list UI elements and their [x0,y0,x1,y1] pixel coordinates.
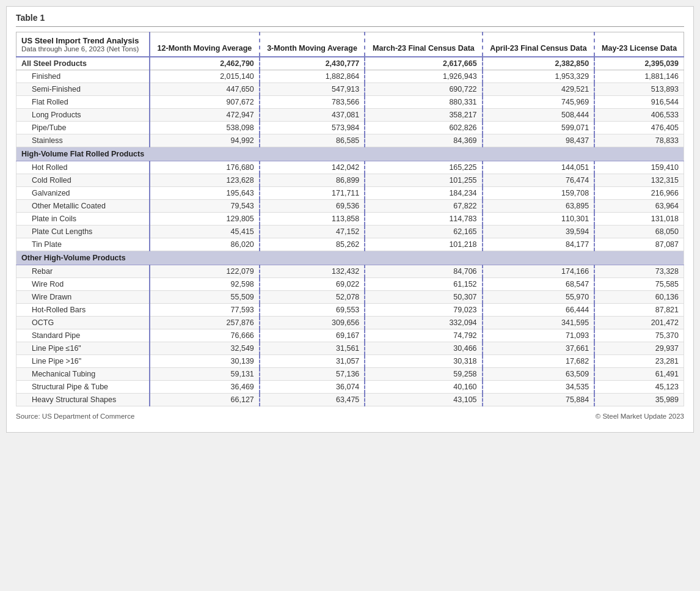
data-cell: 2,617,665 [365,57,482,70]
data-cell: 1,881,146 [594,70,684,83]
data-cell: 131,018 [594,213,684,226]
data-cell: 437,081 [260,109,365,122]
data-cell: 142,042 [260,161,365,174]
data-cell: 30,466 [365,342,482,355]
data-cell: 69,536 [260,200,365,213]
data-cell: 69,167 [260,329,365,342]
data-cell: 257,876 [150,317,260,329]
data-cell: 113,858 [260,213,365,226]
row-label: Wire Drawn [16,291,150,304]
data-cell: 123,628 [150,174,260,187]
section-label: Other High-Volume Products [16,251,684,265]
row-label: Cold Rolled [16,174,150,187]
data-cell: 63,509 [483,368,595,381]
data-cell: 547,913 [260,83,365,96]
data-cell: 69,022 [260,278,365,291]
data-cell: 35,989 [594,394,684,406]
data-cell: 159,708 [483,187,595,200]
data-cell: 341,595 [483,317,595,329]
data-row: Mechanical Tubing59,13157,13659,25863,50… [16,368,684,381]
data-cell: 2,382,850 [483,57,595,70]
data-cell: 599,071 [483,122,595,134]
data-cell: 84,706 [365,265,482,278]
footer: Source: US Department of Commerce © Stee… [16,413,684,420]
data-cell: 94,992 [150,134,260,147]
data-cell: 2,395,039 [594,57,684,70]
data-cell: 87,087 [594,238,684,251]
data-cell: 332,094 [365,317,482,329]
data-cell: 76,474 [483,174,595,187]
data-cell: 30,139 [150,355,260,368]
table-body: All Steel Products2,462,7902,430,7772,61… [16,57,684,406]
data-cell: 55,970 [483,291,595,304]
data-row: Cold Rolled123,62886,899101,25576,474132… [16,174,684,187]
data-cell: 63,964 [594,200,684,213]
data-cell: 55,509 [150,291,260,304]
row-label: Line Pipe >16" [16,355,150,368]
row-label: Hot Rolled [16,161,150,174]
data-cell: 447,650 [150,83,260,96]
data-cell: 171,711 [260,187,365,200]
data-cell: 1,926,943 [365,70,482,83]
data-row: Plate in Coils129,805113,858114,783110,3… [16,213,684,226]
data-cell: 309,656 [260,317,365,329]
data-cell: 429,521 [483,83,595,96]
main-table: US Steel Import Trend Analysis Data thro… [16,32,684,406]
row-label: Long Products [16,109,150,122]
data-cell: 43,105 [365,394,482,406]
data-row: Tin Plate86,02085,262101,21884,17787,087 [16,238,684,251]
row-label: Heavy Structural Shapes [16,394,150,406]
data-cell: 36,074 [260,381,365,394]
data-row: Galvanized195,643171,711184,234159,70821… [16,187,684,200]
data-cell: 75,884 [483,394,595,406]
data-cell: 34,535 [483,381,595,394]
data-cell: 59,131 [150,368,260,381]
data-cell: 66,127 [150,394,260,406]
row-label: Mechanical Tubing [16,368,150,381]
data-cell: 110,301 [483,213,595,226]
data-cell: 201,472 [594,317,684,329]
data-row: Standard Pipe76,66669,16774,79271,09375,… [16,329,684,342]
data-cell: 406,533 [594,109,684,122]
data-cell: 31,561 [260,342,365,355]
data-cell: 216,966 [594,187,684,200]
data-cell: 184,234 [365,187,482,200]
data-cell: 74,792 [365,329,482,342]
data-cell: 92,598 [150,278,260,291]
row-label: All Steel Products [16,57,150,70]
data-cell: 66,444 [483,304,595,317]
data-row: Stainless94,99286,58584,36998,43778,833 [16,134,684,147]
data-cell: 573,984 [260,122,365,134]
table-header-row: US Steel Import Trend Analysis Data thro… [16,32,684,57]
data-cell: 68,547 [483,278,595,291]
data-cell: 176,680 [150,161,260,174]
data-cell: 472,947 [150,109,260,122]
data-cell: 129,805 [150,213,260,226]
data-cell: 61,491 [594,368,684,381]
data-cell: 79,023 [365,304,482,317]
row-label: Wire Rod [16,278,150,291]
table-container: STEEL MARKET UPDATEof the Steel Market U… [16,32,684,406]
data-row: Pipe/Tube538,098573,984602,826599,071476… [16,122,684,134]
data-cell: 86,899 [260,174,365,187]
data-cell: 86,585 [260,134,365,147]
header-subtitle: Data through June 6, 2023 (Net Tons) [21,45,144,53]
data-cell: 76,666 [150,329,260,342]
data-cell: 85,262 [260,238,365,251]
header-main-title: US Steel Import Trend Analysis [21,36,144,45]
data-row: Line Pipe >16"30,13931,05730,31817,68223… [16,355,684,368]
data-cell: 57,136 [260,368,365,381]
data-cell: 98,437 [483,134,595,147]
data-cell: 2,015,140 [150,70,260,83]
data-cell: 69,553 [260,304,365,317]
data-cell: 63,895 [483,200,595,213]
row-label: Tin Plate [16,238,150,251]
data-row: Hot-Rolled Bars77,59369,55379,02366,4448… [16,304,684,317]
data-cell: 132,432 [260,265,365,278]
data-row: Flat Rolled907,672783,566880,331745,9699… [16,96,684,109]
data-cell: 67,822 [365,200,482,213]
data-cell: 68,050 [594,226,684,238]
data-cell: 61,152 [365,278,482,291]
data-cell: 73,328 [594,265,684,278]
data-cell: 62,165 [365,226,482,238]
